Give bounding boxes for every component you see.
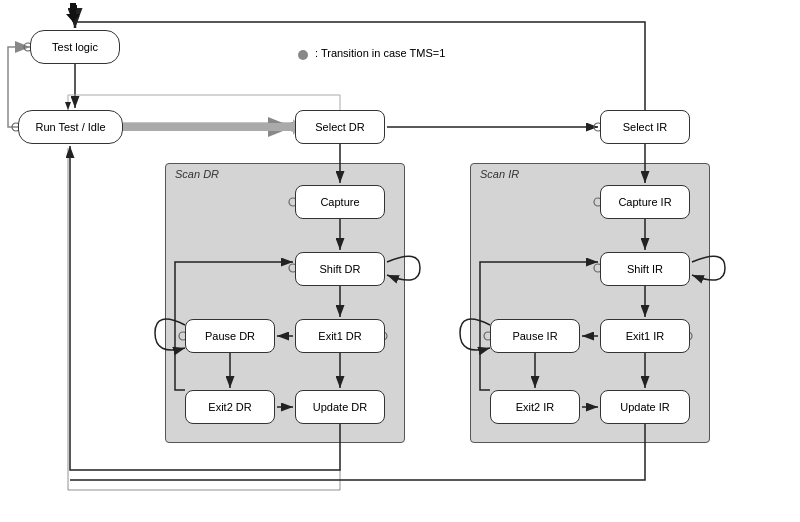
exit2-ir-label: Exit2 IR (516, 401, 555, 413)
diagram: Scan DR Scan IR (0, 0, 800, 522)
select-dr-node: Select DR (295, 110, 385, 144)
capture-dr-node: Capture (295, 185, 385, 219)
pause-ir-node: Pause IR (490, 319, 580, 353)
exit2-ir-node: Exit2 IR (490, 390, 580, 424)
exit1-dr-label: Exit1 DR (318, 330, 361, 342)
shift-dr-node: Shift DR (295, 252, 385, 286)
svg-point-38 (298, 50, 308, 60)
update-dr-label: Update DR (313, 401, 367, 413)
test-logic-label: Test logic (52, 41, 98, 53)
pause-dr-node: Pause DR (185, 319, 275, 353)
exit2-dr-label: Exit2 DR (208, 401, 251, 413)
select-ir-label: Select IR (623, 121, 668, 133)
select-dr-label: Select DR (315, 121, 365, 133)
svg-marker-34 (66, 3, 80, 22)
pause-ir-label: Pause IR (512, 330, 557, 342)
legend-text: : Transition in case TMS=1 (315, 47, 445, 59)
test-logic-node: Test logic (30, 30, 120, 64)
svg-marker-35 (123, 119, 301, 135)
update-ir-node: Update IR (600, 390, 690, 424)
capture-dr-label: Capture (320, 196, 359, 208)
exit1-dr-node: Exit1 DR (295, 319, 385, 353)
shift-dr-label: Shift DR (320, 263, 361, 275)
exit2-dr-node: Exit2 DR (185, 390, 275, 424)
capture-ir-node: Capture IR (600, 185, 690, 219)
pause-dr-label: Pause DR (205, 330, 255, 342)
legend: : Transition in case TMS=1 (315, 47, 445, 59)
update-ir-label: Update IR (620, 401, 670, 413)
select-ir-node: Select IR (600, 110, 690, 144)
run-test-label: Run Test / Idle (35, 121, 105, 133)
update-dr-node: Update DR (295, 390, 385, 424)
capture-ir-label: Capture IR (618, 196, 671, 208)
shift-ir-label: Shift IR (627, 263, 663, 275)
run-test-node: Run Test / Idle (18, 110, 123, 144)
exit1-ir-label: Exit1 IR (626, 330, 665, 342)
shift-ir-node: Shift IR (600, 252, 690, 286)
exit1-ir-node: Exit1 IR (600, 319, 690, 353)
